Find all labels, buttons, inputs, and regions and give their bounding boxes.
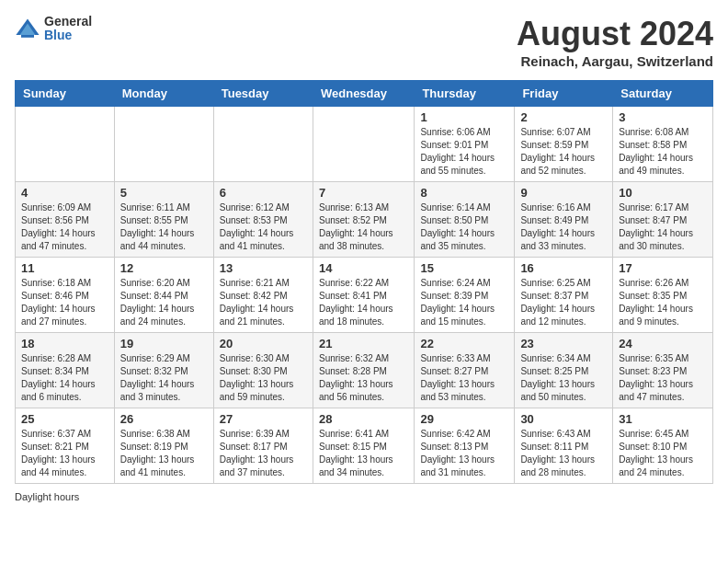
day-cell: 8Sunrise: 6:14 AM Sunset: 8:50 PM Daylig…: [415, 182, 515, 258]
title-section: August 2024 Reinach, Aargau, Switzerland: [517, 15, 713, 69]
weekday-header-friday: Friday: [515, 81, 613, 107]
day-cell: 29Sunrise: 6:42 AM Sunset: 8:13 PM Dayli…: [415, 408, 515, 484]
day-info: Sunrise: 6:13 AM Sunset: 8:52 PM Dayligh…: [319, 201, 408, 253]
day-info: Sunrise: 6:17 AM Sunset: 8:47 PM Dayligh…: [619, 201, 707, 253]
day-cell: 22Sunrise: 6:33 AM Sunset: 8:27 PM Dayli…: [415, 333, 515, 408]
svg-rect-2: [21, 35, 34, 38]
day-cell: 11Sunrise: 6:18 AM Sunset: 8:46 PM Dayli…: [16, 258, 115, 333]
day-info: Sunrise: 6:32 AM Sunset: 8:28 PM Dayligh…: [319, 352, 408, 404]
week-row-2: 4Sunrise: 6:09 AM Sunset: 8:56 PM Daylig…: [16, 182, 713, 258]
day-cell: [313, 107, 414, 182]
day-number: 19: [120, 337, 208, 350]
week-row-1: 1Sunrise: 6:06 AM Sunset: 9:01 PM Daylig…: [16, 107, 713, 182]
day-number: 11: [21, 261, 108, 275]
day-cell: 21Sunrise: 6:32 AM Sunset: 8:28 PM Dayli…: [313, 333, 414, 408]
day-number: 20: [220, 337, 307, 350]
footer-note: Daylight hours: [15, 491, 713, 502]
day-info: Sunrise: 6:08 AM Sunset: 8:58 PM Dayligh…: [619, 126, 707, 178]
day-cell: [213, 107, 313, 182]
day-number: 21: [319, 337, 408, 350]
day-info: Sunrise: 6:06 AM Sunset: 9:01 PM Dayligh…: [420, 126, 508, 178]
logo-icon: [15, 16, 40, 41]
day-number: 24: [619, 337, 707, 350]
day-info: Sunrise: 6:24 AM Sunset: 8:39 PM Dayligh…: [420, 277, 508, 328]
day-info: Sunrise: 6:14 AM Sunset: 8:50 PM Dayligh…: [420, 201, 508, 253]
day-cell: 14Sunrise: 6:22 AM Sunset: 8:41 PM Dayli…: [313, 258, 414, 333]
day-cell: 13Sunrise: 6:21 AM Sunset: 8:42 PM Dayli…: [213, 258, 313, 333]
day-number: 29: [420, 412, 508, 426]
day-number: 4: [21, 186, 108, 200]
day-cell: 24Sunrise: 6:35 AM Sunset: 8:23 PM Dayli…: [613, 333, 713, 408]
day-info: Sunrise: 6:11 AM Sunset: 8:55 PM Dayligh…: [120, 201, 208, 253]
weekday-header-row: SundayMondayTuesdayWednesdayThursdayFrid…: [16, 81, 713, 107]
day-info: Sunrise: 6:38 AM Sunset: 8:19 PM Dayligh…: [120, 428, 208, 479]
week-row-3: 11Sunrise: 6:18 AM Sunset: 8:46 PM Dayli…: [16, 258, 713, 333]
day-info: Sunrise: 6:39 AM Sunset: 8:17 PM Dayligh…: [220, 428, 307, 479]
day-number: 31: [619, 412, 707, 426]
day-info: Sunrise: 6:22 AM Sunset: 8:41 PM Dayligh…: [319, 277, 408, 328]
logo: General Blue: [15, 15, 92, 43]
day-info: Sunrise: 6:43 AM Sunset: 8:11 PM Dayligh…: [520, 428, 607, 479]
day-cell: 10Sunrise: 6:17 AM Sunset: 8:47 PM Dayli…: [613, 182, 713, 258]
day-cell: 26Sunrise: 6:38 AM Sunset: 8:19 PM Dayli…: [114, 408, 213, 484]
day-info: Sunrise: 6:42 AM Sunset: 8:13 PM Dayligh…: [420, 428, 508, 479]
day-cell: 27Sunrise: 6:39 AM Sunset: 8:17 PM Dayli…: [213, 408, 313, 484]
day-cell: 28Sunrise: 6:41 AM Sunset: 8:15 PM Dayli…: [313, 408, 414, 484]
day-cell: 15Sunrise: 6:24 AM Sunset: 8:39 PM Dayli…: [415, 258, 515, 333]
day-number: 8: [420, 186, 508, 200]
day-cell: 17Sunrise: 6:26 AM Sunset: 8:35 PM Dayli…: [613, 258, 713, 333]
calendar: SundayMondayTuesdayWednesdayThursdayFrid…: [15, 80, 713, 484]
day-cell: 18Sunrise: 6:28 AM Sunset: 8:34 PM Dayli…: [16, 333, 115, 408]
day-number: 16: [520, 261, 607, 275]
logo-blue: Blue: [44, 29, 92, 42]
day-cell: 12Sunrise: 6:20 AM Sunset: 8:44 PM Dayli…: [114, 258, 213, 333]
day-number: 10: [619, 186, 707, 200]
day-number: 6: [220, 186, 307, 200]
day-cell: 7Sunrise: 6:13 AM Sunset: 8:52 PM Daylig…: [313, 182, 414, 258]
day-number: 18: [21, 337, 108, 350]
day-number: 3: [619, 110, 707, 124]
day-info: Sunrise: 6:34 AM Sunset: 8:25 PM Dayligh…: [520, 352, 607, 404]
day-number: 27: [220, 412, 307, 426]
day-number: 22: [420, 337, 508, 350]
month-year: August 2024: [517, 15, 713, 53]
day-cell: 30Sunrise: 6:43 AM Sunset: 8:11 PM Dayli…: [515, 408, 613, 484]
day-number: 30: [520, 412, 607, 426]
day-info: Sunrise: 6:30 AM Sunset: 8:30 PM Dayligh…: [220, 352, 307, 404]
day-number: 1: [420, 110, 508, 124]
day-info: Sunrise: 6:28 AM Sunset: 8:34 PM Dayligh…: [21, 352, 108, 404]
day-number: 15: [420, 261, 508, 275]
day-info: Sunrise: 6:20 AM Sunset: 8:44 PM Dayligh…: [120, 277, 208, 328]
footer-text: Daylight hours: [15, 491, 79, 502]
day-number: 17: [619, 261, 707, 275]
logo-text: General Blue: [44, 15, 92, 43]
day-info: Sunrise: 6:18 AM Sunset: 8:46 PM Dayligh…: [21, 277, 108, 328]
day-info: Sunrise: 6:21 AM Sunset: 8:42 PM Dayligh…: [220, 277, 307, 328]
day-info: Sunrise: 6:37 AM Sunset: 8:21 PM Dayligh…: [21, 428, 108, 479]
week-row-5: 25Sunrise: 6:37 AM Sunset: 8:21 PM Dayli…: [16, 408, 713, 484]
weekday-header-sunday: Sunday: [16, 81, 115, 107]
day-number: 5: [120, 186, 208, 200]
day-cell: 25Sunrise: 6:37 AM Sunset: 8:21 PM Dayli…: [16, 408, 115, 484]
day-info: Sunrise: 6:12 AM Sunset: 8:53 PM Dayligh…: [220, 201, 307, 253]
day-number: 23: [520, 337, 607, 350]
day-number: 26: [120, 412, 208, 426]
day-info: Sunrise: 6:16 AM Sunset: 8:49 PM Dayligh…: [520, 201, 607, 253]
day-cell: [114, 107, 213, 182]
day-cell: 23Sunrise: 6:34 AM Sunset: 8:25 PM Dayli…: [515, 333, 613, 408]
day-number: 13: [220, 261, 307, 275]
day-info: Sunrise: 6:41 AM Sunset: 8:15 PM Dayligh…: [319, 428, 408, 479]
day-cell: 19Sunrise: 6:29 AM Sunset: 8:32 PM Dayli…: [114, 333, 213, 408]
weekday-header-thursday: Thursday: [415, 81, 515, 107]
day-number: 12: [120, 261, 208, 275]
day-info: Sunrise: 6:29 AM Sunset: 8:32 PM Dayligh…: [120, 352, 208, 404]
day-cell: [16, 107, 115, 182]
day-number: 7: [319, 186, 408, 200]
day-number: 14: [319, 261, 408, 275]
header: General Blue August 2024 Reinach, Aargau…: [15, 15, 713, 69]
day-cell: 1Sunrise: 6:06 AM Sunset: 9:01 PM Daylig…: [415, 107, 515, 182]
day-cell: 5Sunrise: 6:11 AM Sunset: 8:55 PM Daylig…: [114, 182, 213, 258]
day-info: Sunrise: 6:25 AM Sunset: 8:37 PM Dayligh…: [520, 277, 607, 328]
day-info: Sunrise: 6:35 AM Sunset: 8:23 PM Dayligh…: [619, 352, 707, 404]
week-row-4: 18Sunrise: 6:28 AM Sunset: 8:34 PM Dayli…: [16, 333, 713, 408]
